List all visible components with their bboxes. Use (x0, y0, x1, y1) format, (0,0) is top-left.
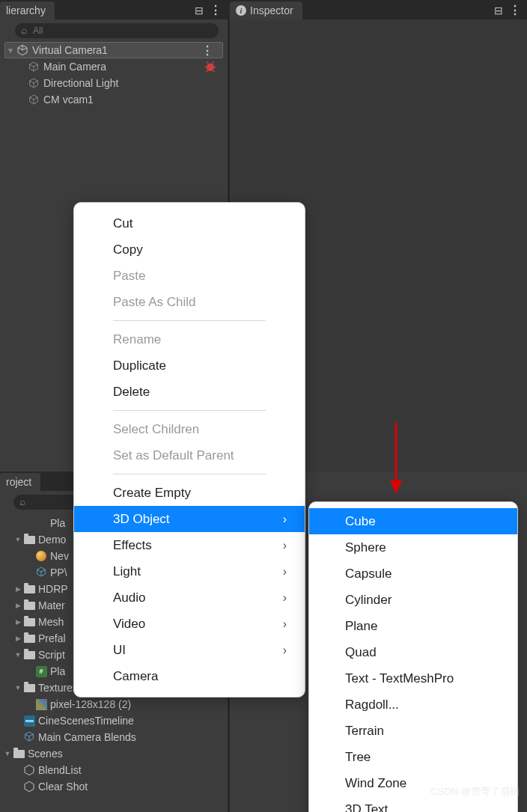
menu-item-duplicate[interactable]: Duplicate (74, 352, 305, 379)
expand-arrow-icon[interactable] (5, 46, 16, 55)
expand-arrow-icon[interactable] (13, 602, 22, 609)
submenu-item-cylinder[interactable]: Cylinder (309, 587, 517, 613)
menu-item-label: Paste As Child (113, 295, 196, 310)
gameobject-icon (27, 60, 40, 73)
expand-arrow-icon[interactable] (13, 618, 22, 626)
expand-arrow-icon[interactable] (13, 684, 22, 692)
expand-arrow-icon[interactable] (13, 536, 22, 543)
submenu-item-plane[interactable]: Plane (309, 613, 517, 639)
menu-dots-icon[interactable] (210, 3, 222, 17)
menu-item-set-as-default-parent: Set as Default Parent (74, 442, 305, 468)
project-item[interactable]: Scenes (0, 745, 228, 762)
menu-dots-icon[interactable] (509, 3, 521, 17)
lock-icon[interactable] (494, 4, 503, 17)
menu-item-rename: Rename (74, 326, 305, 352)
hierarchy-item[interactable]: CM vcam1 (0, 91, 228, 108)
menu-item-light[interactable]: Light› (74, 558, 305, 584)
unity-scene-icon (16, 43, 29, 57)
menu-item-label: Camera (113, 669, 158, 684)
menu-item-ui[interactable]: UI› (74, 637, 305, 663)
submenu-item-3d-text[interactable]: 3D Text (309, 796, 517, 812)
project-item[interactable]: BlendList (0, 762, 228, 778)
submenu-item-label: Plane (345, 619, 377, 634)
menu-item-label: 3D Object (113, 512, 170, 527)
project-item-label: Textures (38, 682, 78, 694)
menu-item-video[interactable]: Video› (74, 611, 305, 637)
submenu-item-text---textmeshpro[interactable]: Text - TextMeshPro (309, 665, 517, 692)
menu-item-effects[interactable]: Effects› (74, 532, 305, 558)
menu-item-select-children: Select Children (74, 416, 305, 442)
submenu-item-tree[interactable]: Tree (309, 744, 517, 770)
submenu-item-capsule[interactable]: Capsule (309, 561, 517, 587)
menu-item-paste: Paste (74, 263, 305, 289)
project-item-label: Script (38, 649, 65, 661)
project-item[interactable]: CineScenesTimeline (0, 712, 228, 729)
project-item-label: Scenes (28, 748, 63, 760)
menu-item-3d-object[interactable]: 3D Object› (74, 506, 305, 532)
expand-arrow-icon[interactable] (13, 635, 22, 642)
hierarchy-search-input[interactable] (15, 23, 219, 38)
hierarchy-item-label: CM vcam1 (43, 94, 94, 106)
hierarchy-tree: Virtual Camera1 Main CameraDirectional L… (0, 42, 228, 108)
submenu-item-terrain[interactable]: Terrain (309, 718, 517, 744)
project-tab-label: roject (6, 476, 31, 488)
menu-item-label: Create Empty (113, 486, 191, 501)
project-item-label: Prefal (38, 632, 66, 644)
hierarchy-item[interactable]: Main Camera (0, 58, 228, 75)
scene-options-icon[interactable] (201, 43, 213, 58)
project-item-label: Pla (50, 517, 65, 529)
svg-marker-2 (390, 480, 402, 494)
hierarchy-scene-row[interactable]: Virtual Camera1 (4, 42, 223, 58)
hierarchy-tab[interactable]: lierarchy (0, 1, 55, 19)
folder-icon (22, 682, 36, 694)
menu-item-copy[interactable]: Copy (74, 236, 305, 263)
hierarchy-item[interactable]: Directional Light (0, 75, 228, 91)
menu-item-label: Delete (113, 385, 150, 400)
menu-item-label: Light (113, 564, 141, 579)
expand-arrow-icon[interactable] (13, 651, 22, 659)
inspector-tab[interactable]: i Inspector (230, 1, 302, 19)
lock-icon[interactable] (195, 4, 204, 17)
menu-item-camera[interactable]: Camera (74, 663, 305, 689)
hierarchy-tab-icons (195, 3, 228, 19)
pixel-icon (34, 698, 48, 710)
project-item[interactable]: Clear Shot (0, 778, 228, 795)
project-item[interactable]: pixel-128x128 (2) (0, 696, 228, 712)
cs-icon: # (34, 665, 48, 677)
chevron-right-icon: › (283, 539, 287, 552)
context-menu: CutCopyPastePaste As ChildRenameDuplicat… (73, 202, 305, 697)
menu-item-audio[interactable]: Audio› (74, 584, 305, 611)
expand-arrow-icon[interactable] (3, 750, 12, 757)
expand-arrow-icon[interactable] (13, 585, 22, 593)
chevron-right-icon: › (283, 591, 287, 605)
hierarchy-item-label: Directional Light (43, 77, 118, 89)
submenu-item-cube[interactable]: Cube (309, 508, 517, 534)
blend-icon (22, 731, 36, 743)
unity-icon (22, 764, 36, 776)
project-item[interactable]: Main Camera Blends (0, 729, 228, 745)
folder-icon (22, 599, 36, 611)
project-item-label: pixel-128x128 (2) (50, 698, 131, 710)
menu-item-cut[interactable]: Cut (74, 210, 305, 236)
chevron-right-icon: › (283, 617, 287, 631)
gameobject-icon (27, 76, 40, 90)
inspector-tab-label: Inspector (250, 4, 293, 16)
submenu-item-quad[interactable]: Quad (309, 639, 517, 665)
blue-cube-icon (34, 567, 48, 579)
folder-icon (22, 649, 36, 661)
hierarchy-item-label: Main Camera (43, 61, 106, 73)
project-item-label: Pla (50, 665, 65, 677)
menu-item-label: UI (113, 643, 126, 658)
chevron-right-icon: › (283, 513, 287, 526)
submenu-item-label: Cube (345, 514, 376, 529)
chevron-right-icon: › (283, 644, 287, 657)
menu-item-delete[interactable]: Delete (74, 379, 305, 405)
submenu-item-sphere[interactable]: Sphere (309, 534, 517, 561)
project-item-label: Demo (38, 534, 66, 546)
project-tab[interactable]: roject (0, 473, 40, 491)
submenu-item-label: Wind Zone (345, 776, 406, 791)
menu-item-create-empty[interactable]: Create Empty (74, 480, 305, 506)
submenu-item-label: Capsule (345, 567, 392, 581)
submenu-item-ragdoll-[interactable]: Ragdoll... (309, 692, 517, 718)
unity-icon (22, 781, 36, 793)
